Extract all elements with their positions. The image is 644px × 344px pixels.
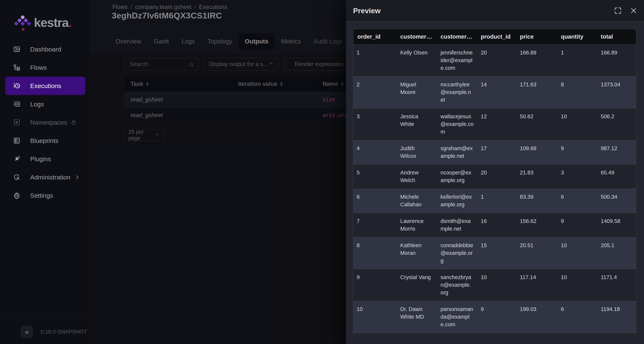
cell-customer-name: Dr. Dawn White MD [396, 301, 436, 333]
cell-price: 199.03 [516, 301, 557, 333]
cell-order-id: 3 [353, 108, 396, 140]
cell-order-id: 11 [353, 333, 396, 333]
preview-column-header: customer_e... [436, 29, 477, 44]
cell-total: 1409.58 [597, 213, 636, 237]
dashboard-icon [13, 46, 20, 53]
table-row: 7 Lawrence Morris dsmith@example.net 16 … [353, 213, 636, 237]
preview-table: order_idcustomer_n...customer_e...produc… [353, 29, 636, 333]
cell-customer-name: Judith Wilcox [396, 140, 436, 164]
administration-shield-icon [13, 174, 20, 181]
cell-order-id: 1 [353, 44, 396, 76]
cell-product-id: 9 [477, 301, 516, 333]
cell-product-id: 6 [477, 333, 516, 333]
cell-quantity: 9 [557, 213, 597, 237]
table-row: 3 Jessica White wallacejesus@example.com… [353, 108, 636, 140]
cell-quantity: 6 [557, 301, 597, 333]
cell-price: 109.68 [516, 140, 557, 164]
fullscreen-icon[interactable] [614, 7, 622, 15]
kestra-logo[interactable]: kestra. [16, 15, 72, 30]
cell-quantity: 1 [557, 333, 597, 333]
table-row: 1 Kelly Olsen jenniferschneider@example.… [353, 44, 636, 76]
sidebar: kestra. Dashboard Flows Executions [0, 0, 90, 344]
cell-customer-email: jenniferschneider@example.com [436, 44, 477, 76]
cell-price: 117.14 [516, 269, 557, 301]
kestra-logo-text: kestra. [34, 15, 72, 30]
cell-product-id: 14 [477, 76, 516, 108]
cell-customer-email: mccarthylee@example.net [436, 76, 477, 108]
cell-customer-name: Crystal Vang [396, 269, 436, 301]
flows-icon [13, 64, 20, 71]
cell-total: 166.89 [597, 44, 636, 76]
cell-quantity: 10 [557, 269, 597, 301]
preview-table-header-row: order_idcustomer_n...customer_e...produc… [353, 29, 636, 44]
cell-product-id: 17 [477, 140, 516, 164]
cell-product-id: 1 [477, 189, 516, 213]
logs-icon [13, 100, 20, 108]
sidebar-item-executions[interactable]: Executions [5, 77, 85, 95]
sidebar-item-administration[interactable]: Administration [5, 168, 85, 186]
cell-customer-email: ncooper@example.org [436, 164, 477, 189]
lock-icon [71, 120, 76, 125]
cell-total: 65.49 [597, 164, 636, 189]
cell-total: 1171.4 [597, 269, 636, 301]
cell-customer-email: conraddebbie@example.org [436, 237, 477, 269]
plugins-icon [13, 155, 20, 163]
cell-customer-name: Michele Callahan [396, 189, 436, 213]
close-icon[interactable] [630, 7, 637, 15]
table-row: 8 Kathleen Moran conraddebbie@example.or… [353, 237, 636, 269]
cell-product-id: 20 [477, 44, 516, 76]
cell-customer-email: danielwhite@example.com [436, 333, 477, 333]
preview-column-header: quantity [557, 29, 597, 44]
cell-price: 50.62 [516, 108, 557, 140]
cell-price: 20.51 [516, 237, 557, 269]
cell-order-id: 4 [353, 140, 396, 164]
cell-quantity: 8 [557, 76, 597, 108]
cell-quantity: 9 [557, 140, 597, 164]
app-root: Flows / company.team.gsheet / Executions… [0, 0, 644, 344]
cell-product-id: 10 [477, 269, 516, 301]
cell-order-id: 5 [353, 164, 396, 189]
cell-quantity: 1 [557, 44, 597, 76]
preview-column-header: customer_n... [396, 29, 436, 44]
sidebar-menu: Dashboard Flows Executions Logs [0, 40, 90, 205]
sidebar-item-namespaces[interactable]: Namespaces [5, 113, 85, 131]
cell-product-id: 12 [477, 108, 516, 140]
preview-column-header: order_id [353, 29, 396, 44]
cell-product-id: 16 [477, 213, 516, 237]
cell-price: 21.83 [516, 164, 557, 189]
sidebar-item-plugins[interactable]: Plugins [5, 150, 85, 168]
cell-total: 1194.18 [597, 301, 636, 333]
cell-customer-name: Dawn Ball MD [396, 333, 436, 333]
sidebar-footer: « 0.18.0-SNAPSHOT [0, 319, 90, 344]
cell-order-id: 7 [353, 213, 396, 237]
cell-customer-email: dsmith@example.net [436, 213, 477, 237]
cell-total: 205.1 [597, 237, 636, 269]
preview-panel: Preview order_idcustomer_n. [346, 0, 644, 344]
sidebar-item-logs[interactable]: Logs [5, 95, 85, 113]
collapse-sidebar-button[interactable]: « [21, 326, 33, 338]
cell-product-id: 20 [477, 164, 516, 189]
cell-product-id: 15 [477, 237, 516, 269]
cell-order-id: 8 [353, 237, 396, 269]
preview-column-header: product_id [477, 29, 516, 44]
cell-price: 83.39 [516, 189, 557, 213]
cell-order-id: 6 [353, 189, 396, 213]
sidebar-item-flows[interactable]: Flows [5, 58, 85, 77]
cell-order-id: 9 [353, 269, 396, 301]
cell-price: 166.89 [516, 44, 557, 76]
gear-icon [13, 192, 20, 199]
sidebar-item-dashboard[interactable]: Dashboard [5, 40, 85, 58]
preview-title: Preview [353, 7, 380, 15]
cell-customer-email: wallacejesus@example.com [436, 108, 477, 140]
table-row: 2 Miguel Moore mccarthylee@example.net 1… [353, 76, 636, 108]
cell-quantity: 3 [557, 164, 597, 189]
cell-customer-email: sgraham@example.net [436, 140, 477, 164]
cell-price: 171.63 [516, 76, 557, 108]
kestra-logo-icon [16, 15, 30, 30]
table-row: 6 Michele Callahan kellerlori@example.or… [353, 189, 636, 213]
sidebar-item-blueprints[interactable]: Blueprints [5, 131, 85, 150]
executions-icon [13, 82, 20, 90]
sidebar-item-settings[interactable]: Settings [5, 186, 85, 205]
cell-customer-name: Kathleen Moran [396, 237, 436, 269]
cell-price: 156.62 [516, 213, 557, 237]
